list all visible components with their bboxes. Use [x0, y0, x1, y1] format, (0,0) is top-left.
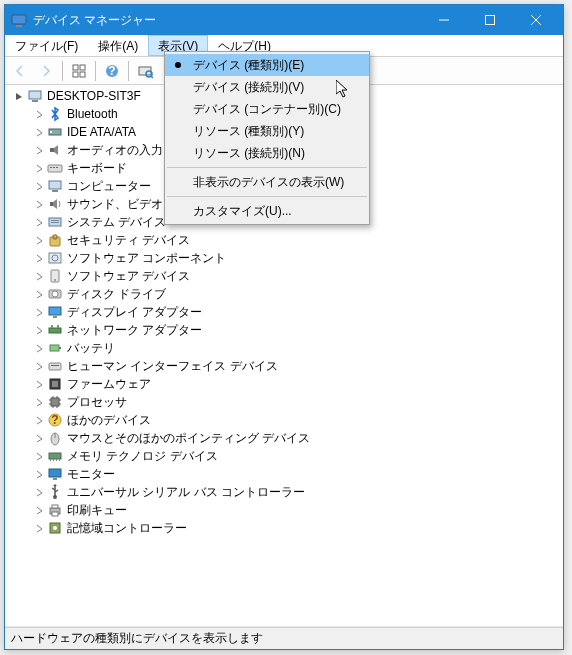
- collapse-arrow-icon[interactable]: [33, 504, 45, 516]
- computer-icon: [47, 178, 63, 194]
- disk-icon: [47, 286, 63, 302]
- collapse-arrow-icon[interactable]: [33, 450, 45, 462]
- svg-rect-8: [73, 72, 78, 77]
- collapse-arrow-icon[interactable]: [33, 306, 45, 318]
- collapse-arrow-icon[interactable]: [33, 486, 45, 498]
- toolbar-separator: [95, 61, 96, 81]
- toolbar-help-button[interactable]: ?: [100, 59, 124, 83]
- tree-item-label: コンピューター: [67, 178, 151, 195]
- collapse-arrow-icon[interactable]: [33, 414, 45, 426]
- menu-separator: [167, 196, 367, 197]
- expand-arrow-icon[interactable]: [13, 90, 25, 102]
- menu-item-show-hidden[interactable]: 非表示のデバイスの表示(W): [165, 171, 369, 193]
- minimize-button[interactable]: [421, 5, 467, 35]
- menu-item-devices-by-connection[interactable]: デバイス (接続別)(V): [165, 76, 369, 98]
- collapse-arrow-icon[interactable]: [33, 342, 45, 354]
- tree-item[interactable]: ?ほかのデバイス: [7, 411, 563, 429]
- menu-item-label: リソース (接続別)(N): [193, 145, 305, 162]
- tree-item-label: ソフトウェア コンポーネント: [67, 250, 226, 267]
- tree-item[interactable]: マウスとそのほかのポインティング デバイス: [7, 429, 563, 447]
- view-dropdown-menu: デバイス (種類別)(E) デバイス (接続別)(V) デバイス (コンテナー別…: [164, 51, 370, 225]
- tree-item-label: キーボード: [67, 160, 127, 177]
- collapse-arrow-icon[interactable]: [33, 468, 45, 480]
- collapse-arrow-icon[interactable]: [33, 162, 45, 174]
- tree-item-label: ユニバーサル シリアル バス コントローラー: [67, 484, 305, 501]
- tree-item[interactable]: ユニバーサル シリアル バス コントローラー: [7, 483, 563, 501]
- tree-item-label: ファームウェア: [67, 376, 151, 393]
- tree-item[interactable]: メモリ テクノロジ デバイス: [7, 447, 563, 465]
- collapse-arrow-icon[interactable]: [33, 252, 45, 264]
- menu-item-devices-by-type[interactable]: デバイス (種類別)(E): [165, 54, 369, 76]
- tree-item[interactable]: 記憶域コントローラー: [7, 519, 563, 537]
- tree-item[interactable]: セキュリティ デバイス: [7, 231, 563, 249]
- menu-item-devices-by-container[interactable]: デバイス (コンテナー別)(C): [165, 98, 369, 120]
- collapse-arrow-icon[interactable]: [33, 396, 45, 408]
- toolbar-back-button[interactable]: [8, 59, 32, 83]
- computer-icon: [27, 88, 43, 104]
- collapse-arrow-icon[interactable]: [33, 522, 45, 534]
- tree-item[interactable]: ファームウェア: [7, 375, 563, 393]
- tree-item-label: ディスク ドライブ: [67, 286, 166, 303]
- svg-rect-26: [50, 202, 53, 206]
- tree-item-label: プロセッサ: [67, 394, 127, 411]
- tree-item[interactable]: バッテリ: [7, 339, 563, 357]
- menu-file[interactable]: ファイル(F): [5, 35, 88, 56]
- tree-item[interactable]: ソフトウェア コンポーネント: [7, 249, 563, 267]
- svg-rect-45: [49, 363, 61, 370]
- tree-item-label: バッテリ: [67, 340, 115, 357]
- collapse-arrow-icon[interactable]: [33, 216, 45, 228]
- toolbar-forward-button[interactable]: [34, 59, 58, 83]
- svg-rect-64: [53, 459, 54, 461]
- collapse-arrow-icon[interactable]: [33, 126, 45, 138]
- menu-item-resources-by-type[interactable]: リソース (種類別)(Y): [165, 120, 369, 142]
- svg-rect-6: [73, 65, 78, 70]
- tree-root-label: DESKTOP-SIT3F: [47, 89, 141, 103]
- tree-item[interactable]: ディスク ドライブ: [7, 285, 563, 303]
- collapse-arrow-icon[interactable]: [33, 378, 45, 390]
- collapse-arrow-icon[interactable]: [33, 180, 45, 192]
- collapse-arrow-icon[interactable]: [33, 144, 45, 156]
- tree-item[interactable]: 印刷キュー: [7, 501, 563, 519]
- tree-item[interactable]: ソフトウェア デバイス: [7, 267, 563, 285]
- tree-item[interactable]: ヒューマン インターフェイス デバイス: [7, 357, 563, 375]
- collapse-arrow-icon[interactable]: [33, 108, 45, 120]
- collapse-arrow-icon[interactable]: [33, 432, 45, 444]
- tree-item[interactable]: プロセッサ: [7, 393, 563, 411]
- menu-item-label: デバイス (種類別)(E): [193, 57, 304, 74]
- svg-rect-21: [50, 167, 52, 168]
- close-button[interactable]: [513, 5, 559, 35]
- collapse-arrow-icon[interactable]: [33, 360, 45, 372]
- tree-item-label: メモリ テクノロジ デバイス: [67, 448, 218, 465]
- svg-text:?: ?: [108, 64, 115, 78]
- menu-item-label: デバイス (コンテナー別)(C): [193, 101, 341, 118]
- menu-item-customize[interactable]: カスタマイズ(U)...: [165, 200, 369, 222]
- tree-item[interactable]: ディスプレイ アダプター: [7, 303, 563, 321]
- collapse-arrow-icon[interactable]: [33, 288, 45, 300]
- menu-item-resources-by-connection[interactable]: リソース (接続別)(N): [165, 142, 369, 164]
- svg-rect-44: [59, 347, 61, 349]
- svg-rect-62: [49, 453, 61, 459]
- svg-rect-20: [48, 165, 62, 172]
- svg-rect-46: [51, 365, 59, 366]
- toolbar-scan-button[interactable]: [133, 59, 157, 83]
- bluetooth-icon: [47, 106, 63, 122]
- svg-point-69: [53, 495, 57, 499]
- tree-item[interactable]: モニター: [7, 465, 563, 483]
- menu-action[interactable]: 操作(A): [88, 35, 148, 56]
- firmware-icon: [47, 376, 63, 392]
- collapse-arrow-icon[interactable]: [33, 198, 45, 210]
- maximize-button[interactable]: [467, 5, 513, 35]
- svg-rect-19: [50, 148, 54, 152]
- tree-item-label: ディスプレイ アダプター: [67, 304, 202, 321]
- svg-rect-16: [32, 100, 38, 102]
- toolbar-show-all-button[interactable]: [67, 59, 91, 83]
- svg-rect-40: [49, 328, 61, 333]
- svg-line-14: [151, 76, 153, 78]
- tree-item-label: Bluetooth: [67, 107, 118, 121]
- window-title: デバイス マネージャー: [33, 12, 421, 29]
- svg-rect-23: [56, 167, 58, 168]
- collapse-arrow-icon[interactable]: [33, 270, 45, 282]
- collapse-arrow-icon[interactable]: [33, 234, 45, 246]
- collapse-arrow-icon[interactable]: [33, 324, 45, 336]
- tree-item[interactable]: ネットワーク アダプター: [7, 321, 563, 339]
